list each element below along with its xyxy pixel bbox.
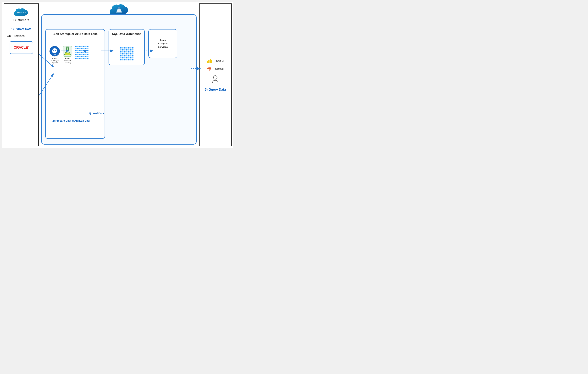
salesforce-icon: salesforce <box>13 8 30 18</box>
diagram: salesforce Customers 1) Extract Data On-… <box>2 2 233 148</box>
hdinsight-icon: HD <box>49 46 60 57</box>
analysis-services-box: Azure Analysis Services <box>148 29 177 58</box>
svg-marker-13 <box>64 53 71 55</box>
hdinsight-label: AzureHDInsight(Spark) <box>51 57 59 64</box>
step3-label: 3) Analyze Data <box>72 119 90 122</box>
step5-label: 5) Query Data <box>205 87 226 92</box>
svg-rect-17 <box>66 47 69 48</box>
svg-point-14 <box>66 52 67 53</box>
svg-text:salesforce: salesforce <box>17 11 26 13</box>
step2-label: 2) Prepare Data <box>52 119 71 122</box>
customers-label: Customers <box>13 18 29 22</box>
oracle-logo: ORACLE® <box>14 45 29 50</box>
sql-data-grid-icon <box>120 47 134 60</box>
svg-rect-27 <box>207 68 211 69</box>
svg-text:HD: HD <box>53 54 56 55</box>
svg-rect-31 <box>208 70 210 70</box>
svg-rect-24 <box>210 59 211 63</box>
center-panel: Azure Blob Storage or Azure Data Lake <box>40 3 198 146</box>
powerbi-label: Power BI <box>214 59 224 62</box>
query-tools: Power BI + tableau <box>207 58 224 71</box>
salesforce-block: salesforce Customers <box>13 8 30 22</box>
azure-ml-icon <box>63 46 72 57</box>
svg-rect-23 <box>209 60 210 63</box>
sql-box: SQL Data Warehouse <box>109 29 145 65</box>
svg-point-32 <box>213 76 217 79</box>
data-grid-icon <box>75 46 88 59</box>
hdinsight-block: HD AzureHDInsight(Spark) <box>49 46 60 64</box>
tableau-row: + tableau <box>207 66 224 71</box>
svg-point-8 <box>53 48 56 51</box>
right-panel: Power BI + tableau 5) Que <box>199 3 231 146</box>
azure-area: Blob Storage or Azure Data Lake <box>41 14 197 145</box>
step4-label: 4) Load Data <box>89 112 104 115</box>
user-icon <box>212 75 219 84</box>
premises-label: On- Premises <box>7 34 25 38</box>
svg-point-16 <box>66 54 66 54</box>
tableau-icon <box>207 66 212 71</box>
powerbi-icon <box>207 58 212 64</box>
blob-storage-title: Blob Storage or Azure Data Lake <box>46 32 105 36</box>
sql-box-title: SQL Data Warehouse <box>109 32 144 36</box>
step1-label: 1) Extract Data <box>11 28 31 31</box>
analysis-services-title: Azure Analysis Services <box>156 38 170 49</box>
tableau-label: + tableau <box>213 67 224 70</box>
left-panel: salesforce Customers 1) Extract Data On-… <box>4 3 39 146</box>
oracle-box: ORACLE® <box>10 41 33 54</box>
ml-block: AzureMachineLearning <box>63 46 72 64</box>
svg-rect-30 <box>208 67 210 68</box>
blob-icons-group: HD AzureHDInsight(Spark) <box>49 46 88 64</box>
data-grid-block <box>75 46 88 59</box>
ml-label: AzureMachineLearning <box>64 57 71 64</box>
powerbi-row: Power BI <box>207 58 224 64</box>
svg-rect-22 <box>207 61 208 63</box>
svg-rect-25 <box>211 60 212 63</box>
svg-point-5 <box>52 51 54 53</box>
svg-point-15 <box>68 53 69 54</box>
